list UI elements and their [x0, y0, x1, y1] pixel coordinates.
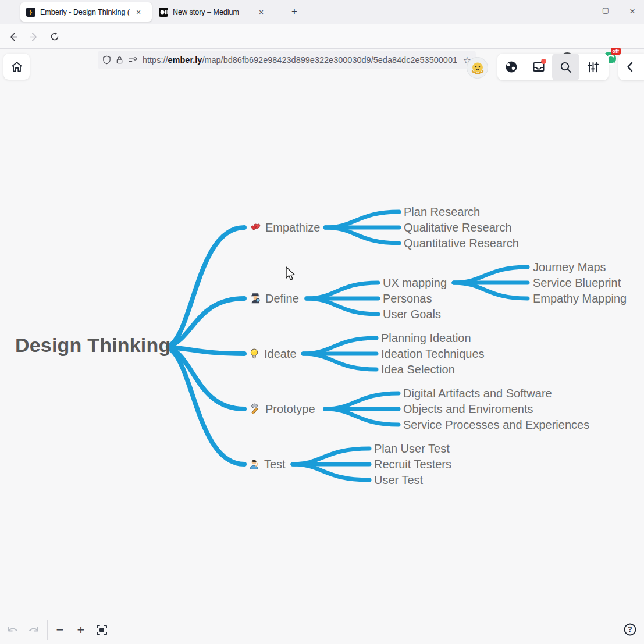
light-bulb-icon: [248, 347, 261, 360]
bottom-bar-divider: [47, 620, 48, 640]
undo-icon: [7, 625, 19, 635]
zoom-in-button[interactable]: +: [73, 622, 89, 638]
node-label: Prototype: [265, 403, 315, 416]
two-hearts-icon: [249, 221, 262, 234]
mindmap-node-ideation-techniques[interactable]: Ideation Techniques: [381, 346, 485, 362]
detective-icon: [249, 292, 262, 305]
mindmap-node-prototype[interactable]: Prototype: [249, 401, 315, 417]
mindmap-node-test[interactable]: Test: [248, 456, 286, 472]
fit-screen-icon: [96, 624, 108, 636]
node-label: Define: [265, 292, 299, 305]
mindmap-node-ux-mapping[interactable]: UX mapping: [383, 275, 447, 291]
mindmap-node-empathize[interactable]: Empathize: [249, 219, 321, 236]
mindmap-node-planning-ideation[interactable]: Planning Ideation: [381, 330, 471, 346]
fit-to-screen-button[interactable]: [94, 622, 110, 638]
node-label: Ideate: [264, 347, 297, 361]
mindmap-node-empathy-mapping[interactable]: Empathy Mapping: [533, 291, 627, 307]
mindmap-node-ideate[interactable]: Ideate: [248, 346, 297, 362]
mindmap-node-quantitative-research[interactable]: Quantitative Research: [404, 236, 519, 251]
mindmap-node-service-processes[interactable]: Service Processes and Experiences: [403, 417, 589, 433]
mindmap-node-objects-enviroments[interactable]: Objects and Enviroments: [403, 401, 533, 417]
mindmap-node-define[interactable]: Define: [249, 290, 299, 307]
mindmap-node-digital-artifacts[interactable]: Digital Artifacts and Software: [403, 386, 552, 401]
mindmap-node-personas[interactable]: Personas: [383, 291, 432, 307]
person-icon: [248, 458, 261, 471]
node-label: Empathize: [265, 221, 321, 234]
mindmap-node-idea-selection[interactable]: Idea Selection: [381, 362, 455, 378]
mindmap-node-plan-research[interactable]: Plan Research: [404, 204, 480, 220]
mindmap-root-node[interactable]: Design Thinking: [15, 334, 170, 357]
undo-button[interactable]: [5, 622, 21, 638]
redo-button[interactable]: [26, 622, 42, 638]
mindmap-node-user-test[interactable]: User Test: [374, 472, 423, 488]
zoom-out-button[interactable]: −: [52, 622, 68, 638]
mindmap-node-qualitative-research[interactable]: Qualitative Research: [404, 220, 512, 236]
hammer-icon: [249, 403, 262, 415]
redo-icon: [28, 625, 40, 635]
help-icon: ?: [623, 622, 637, 636]
help-button[interactable]: ?: [622, 621, 638, 638]
mindmap-connections: [0, 0, 644, 644]
node-label: Test: [264, 458, 286, 471]
mindmap-node-recruit-testers[interactable]: Recruit Testers: [374, 457, 451, 472]
mindmap-node-plan-user-test[interactable]: Plan User Test: [374, 441, 450, 457]
mindmap-node-journey-maps[interactable]: Journey Maps: [533, 259, 606, 275]
mindmap-node-user-goals[interactable]: User Goals: [383, 307, 441, 322]
mindmap-node-service-blueprint[interactable]: Service Blueprint: [533, 275, 621, 291]
mouse-cursor: [285, 266, 298, 282]
svg-text:?: ?: [628, 625, 632, 634]
